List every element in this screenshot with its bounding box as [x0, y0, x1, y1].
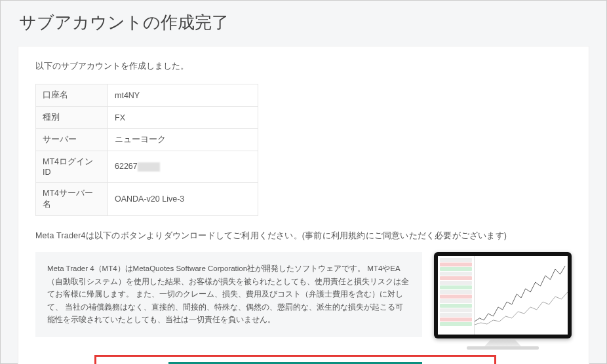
table-row: サーバー ニューヨーク [36, 129, 258, 151]
table-row: 種別 FX [36, 107, 258, 129]
value-mt4-server: OANDA-v20 Live-3 [108, 183, 258, 216]
page-title: サブアカウントの作成完了 [1, 1, 606, 46]
download-highlight-box: 上記の規約に同意の上、MT4をダウンロードする [94, 355, 496, 364]
value-login-id: 62267 [108, 151, 258, 183]
value-account-name: mt4NY [108, 84, 258, 107]
label-server: サーバー [36, 129, 108, 151]
label-type: 種別 [36, 107, 108, 129]
disclaimer-text: Meta Trader 4（MT4）はMetaQuotes Software C… [47, 264, 409, 323]
download-note: Meta Trader4は以下のボタンよりダウンロードしてご利用ください。(事前… [35, 230, 572, 242]
table-row: MT4サーバー名 OANDA-v20 Live-3 [36, 183, 258, 216]
label-account-name: 口座名 [36, 84, 108, 107]
label-login-id: MT4ログインID [36, 151, 108, 183]
content-card: 以下のサブアカウントを作成しました。 口座名 mt4NY 種別 FX サーバー … [18, 46, 589, 364]
table-row: 口座名 mt4NY [36, 84, 258, 107]
mt4-preview-image [434, 252, 572, 350]
account-info-table: 口座名 mt4NY 種別 FX サーバー ニューヨーク MT4ログインID 62… [35, 84, 258, 216]
redacted-portion [138, 162, 160, 172]
value-server: ニューヨーク [108, 129, 258, 151]
intro-text: 以下のサブアカウントを作成しました。 [35, 61, 572, 72]
disclaimer-box: Meta Trader 4（MT4）はMetaQuotes Software C… [35, 252, 422, 337]
table-row: MT4ログインID 62267 [36, 151, 258, 183]
value-type: FX [108, 107, 258, 129]
label-mt4-server: MT4サーバー名 [36, 183, 108, 216]
